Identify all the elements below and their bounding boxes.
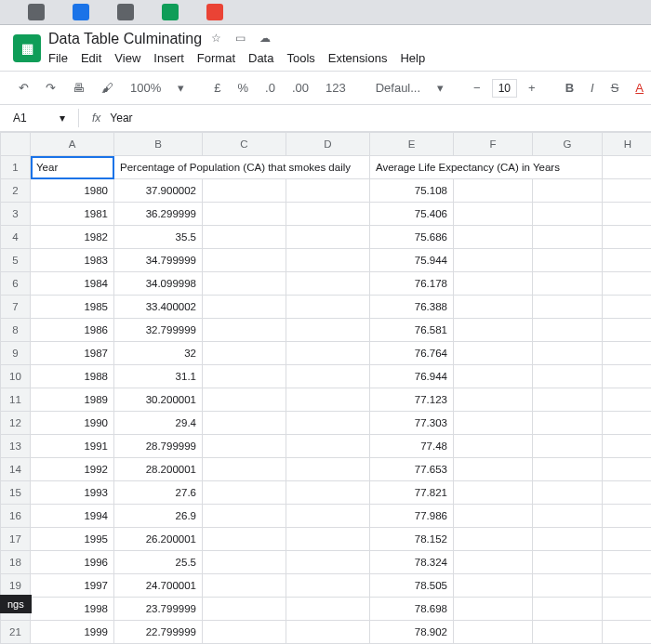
cell[interactable] xyxy=(286,598,370,621)
cell[interactable] xyxy=(603,412,652,435)
cell[interactable] xyxy=(454,272,533,296)
cell[interactable] xyxy=(203,574,286,598)
cell[interactable] xyxy=(533,342,603,365)
cell[interactable] xyxy=(454,574,533,598)
cell-life[interactable]: 77.123 xyxy=(370,388,454,412)
cell[interactable] xyxy=(203,203,286,226)
menu-data[interactable]: Data xyxy=(248,51,273,65)
cell[interactable] xyxy=(203,528,286,551)
cell[interactable] xyxy=(286,435,370,458)
cell-pct[interactable]: 28.799999 xyxy=(114,435,203,458)
cell-pct[interactable]: 34.799999 xyxy=(114,249,203,272)
cell[interactable] xyxy=(203,365,286,388)
cell[interactable] xyxy=(454,481,533,505)
cell[interactable] xyxy=(603,598,652,621)
cell-pct[interactable]: 32.799999 xyxy=(114,319,203,342)
col-header-A[interactable]: A xyxy=(31,133,114,156)
cell-pct[interactable]: 35.5 xyxy=(114,226,203,249)
cell-year[interactable]: 1989 xyxy=(31,388,114,412)
cell[interactable] xyxy=(533,481,603,505)
cell[interactable] xyxy=(454,319,533,342)
name-box[interactable]: A1 xyxy=(13,112,50,125)
row-header[interactable]: 18 xyxy=(1,551,31,574)
col-header-G[interactable]: G xyxy=(533,133,603,156)
tab-icon[interactable] xyxy=(73,4,89,20)
row-header[interactable]: 12 xyxy=(1,412,31,435)
tab-icon[interactable] xyxy=(117,4,134,20)
cell[interactable] xyxy=(454,458,533,481)
paint-format-button[interactable]: 🖌 xyxy=(96,77,119,99)
cell[interactable] xyxy=(603,342,652,365)
cell[interactable] xyxy=(454,598,533,621)
cell[interactable] xyxy=(203,249,286,272)
cell[interactable] xyxy=(603,272,652,296)
cell-life[interactable]: 77.986 xyxy=(370,505,454,528)
cell-pct[interactable]: 32 xyxy=(114,342,203,365)
cell-pct[interactable]: 36.299999 xyxy=(114,203,203,226)
cell-year[interactable]: 1992 xyxy=(31,458,114,481)
row-header[interactable]: 1 xyxy=(1,156,31,179)
cell-year[interactable]: 1988 xyxy=(31,365,114,388)
row-header[interactable]: 2 xyxy=(1,179,31,203)
cell-year[interactable]: 1998 xyxy=(31,598,114,621)
currency-button[interactable]: £ xyxy=(208,77,226,99)
cell[interactable] xyxy=(454,226,533,249)
menu-file[interactable]: File xyxy=(48,51,68,65)
col-header-B[interactable]: B xyxy=(114,133,203,156)
col-header-F[interactable]: F xyxy=(454,133,533,156)
cell[interactable] xyxy=(203,435,286,458)
cell[interactable] xyxy=(286,319,370,342)
cell[interactable] xyxy=(603,296,652,319)
cell-year[interactable]: 1983 xyxy=(31,249,114,272)
row-header[interactable]: 10 xyxy=(1,365,31,388)
cloud-icon[interactable]: ☁ xyxy=(259,32,274,46)
cell-year[interactable]: 1982 xyxy=(31,226,114,249)
cell[interactable] xyxy=(533,412,603,435)
cell[interactable] xyxy=(286,365,370,388)
cell[interactable] xyxy=(533,179,603,203)
cell-life[interactable]: 75.108 xyxy=(370,179,454,203)
cell-year[interactable]: 1984 xyxy=(31,272,114,296)
cell[interactable] xyxy=(603,621,652,644)
cell[interactable] xyxy=(203,598,286,621)
col-header-D[interactable]: D xyxy=(286,133,370,156)
cell[interactable] xyxy=(203,481,286,505)
cell[interactable] xyxy=(286,621,370,644)
select-all-corner[interactable] xyxy=(1,133,31,156)
cell[interactable] xyxy=(533,621,603,644)
cell-life[interactable]: 78.505 xyxy=(370,574,454,598)
cell[interactable] xyxy=(533,435,603,458)
text-color-button[interactable]: A xyxy=(630,77,649,99)
cell[interactable] xyxy=(454,203,533,226)
cell[interactable] xyxy=(203,551,286,574)
cell-year[interactable]: 1997 xyxy=(31,574,114,598)
cell[interactable] xyxy=(286,226,370,249)
increase-decimal-button[interactable]: .00 xyxy=(286,77,314,99)
cell-year[interactable]: 1981 xyxy=(31,203,114,226)
cell-E1[interactable]: Average Life Expectancy (CA) in Years xyxy=(370,156,603,179)
cell[interactable] xyxy=(603,179,652,203)
decrease-decimal-button[interactable]: .0 xyxy=(259,77,281,99)
cell[interactable] xyxy=(454,179,533,203)
cell-pct[interactable]: 26.200001 xyxy=(114,528,203,551)
cell[interactable] xyxy=(286,551,370,574)
cell-year[interactable]: 1986 xyxy=(31,319,114,342)
cell-year[interactable]: 1995 xyxy=(31,528,114,551)
cell-pct[interactable]: 33.400002 xyxy=(114,296,203,319)
cell-year[interactable]: 1987 xyxy=(31,342,114,365)
cell[interactable] xyxy=(533,296,603,319)
cell[interactable] xyxy=(603,481,652,505)
cell-pct[interactable]: 24.700001 xyxy=(114,574,203,598)
cell-life[interactable]: 76.388 xyxy=(370,296,454,319)
cell[interactable] xyxy=(533,319,603,342)
cell[interactable] xyxy=(533,203,603,226)
cell[interactable] xyxy=(533,551,603,574)
col-header-H[interactable]: H xyxy=(603,133,652,156)
cell[interactable] xyxy=(603,435,652,458)
cell[interactable] xyxy=(533,458,603,481)
print-button[interactable]: 🖶 xyxy=(67,77,90,99)
cell[interactable] xyxy=(603,574,652,598)
cell[interactable] xyxy=(603,458,652,481)
row-header[interactable]: 8 xyxy=(1,319,31,342)
cell-pct[interactable]: 29.4 xyxy=(114,412,203,435)
